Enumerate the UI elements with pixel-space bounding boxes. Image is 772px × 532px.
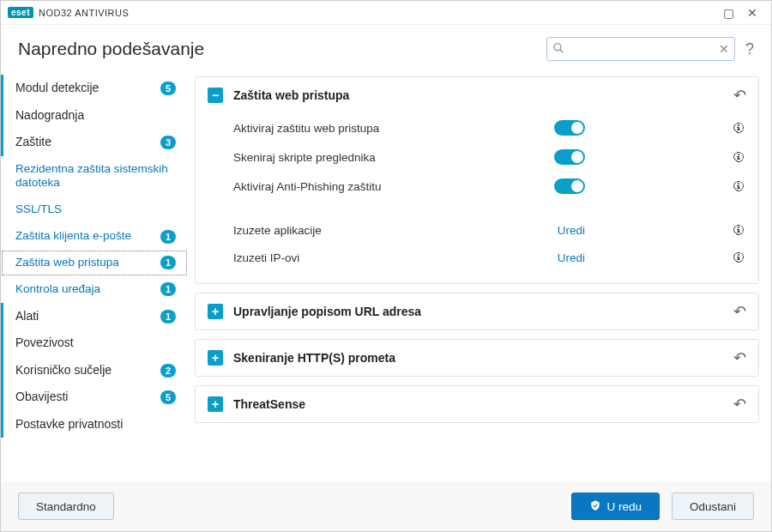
count-badge: 3: [160, 136, 176, 149]
sidebar: Modul detekcije 5 Nadogradnja Zaštite 3 …: [1, 70, 188, 481]
sidebar-item-ui[interactable]: Korisničko sučelje 2: [1, 357, 188, 384]
titlebar: eset NOD32 ANTIVIRUS ▢ ✕: [1, 1, 771, 25]
sidebar-item-tools[interactable]: Alati 1: [1, 303, 188, 330]
count-badge: 5: [160, 390, 176, 404]
panel-threatsense: + ThreatSense ↶: [195, 385, 759, 423]
info-icon[interactable]: 🛈: [731, 251, 746, 264]
settings-content: − Zaštita web pristupa ↶ Aktiviraj zašti…: [188, 70, 771, 481]
panel-title: ThreatSense: [233, 397, 733, 411]
toggle-enable-web-protection[interactable]: [554, 120, 585, 136]
revert-icon[interactable]: ↶: [733, 86, 746, 105]
product-name: NOD32 ANTIVIRUS: [39, 8, 129, 18]
info-icon[interactable]: 🛈: [731, 121, 746, 135]
info-icon[interactable]: 🛈: [731, 223, 746, 237]
defaults-button[interactable]: Standardno: [18, 493, 114, 520]
count-badge: 1: [160, 282, 176, 296]
sidebar-item-privacy-settings[interactable]: Postavke privatnosti: [1, 411, 188, 438]
page-title: Napredno podešavanje: [18, 39, 204, 59]
sidebar-item-notifications[interactable]: Obavijesti 5: [1, 384, 188, 411]
search-box[interactable]: ✕: [546, 37, 735, 61]
setting-row: Izuzeti IP-ovi Uredi 🛈: [233, 244, 746, 271]
sidebar-item-resident-file-protection[interactable]: Rezidentna zaštita sistemskih datoteka: [1, 156, 188, 197]
info-icon[interactable]: 🛈: [731, 150, 746, 164]
info-icon[interactable]: 🛈: [731, 179, 746, 193]
setting-label: Aktiviraj Anti-Phishing zaštitu: [233, 180, 554, 193]
window-maximize-button[interactable]: ▢: [716, 6, 740, 20]
sidebar-item-upgrade[interactable]: Nadogradnja: [1, 102, 188, 130]
revert-icon[interactable]: ↶: [733, 395, 746, 414]
sidebar-item-email-client-protection[interactable]: Zaštita klijenta e-pošte 1: [1, 223, 188, 250]
setting-label: Skeniraj skripte preglednika: [233, 151, 554, 164]
footer: Standardno U redu Odustani: [1, 481, 771, 531]
panel-title: Upravljanje popisom URL adresa: [233, 305, 733, 318]
panel-header[interactable]: + Skeniranje HTTP(S) prometa ↶: [196, 340, 758, 376]
sidebar-item-connectivity[interactable]: Povezivost: [1, 329, 188, 357]
count-badge: 2: [160, 364, 176, 378]
revert-icon[interactable]: ↶: [733, 302, 746, 321]
help-button[interactable]: ?: [745, 40, 754, 58]
page-header: Napredno podešavanje ✕ ?: [1, 25, 771, 70]
panel-https-scanning: + Skeniranje HTTP(S) prometa ↶: [195, 339, 759, 377]
setting-row: Izuzete aplikacije Uredi 🛈: [233, 216, 746, 244]
count-badge: 1: [160, 256, 176, 269]
cancel-button[interactable]: Odustani: [672, 493, 754, 520]
window-close-button[interactable]: ✕: [740, 6, 764, 20]
setting-row: Skeniraj skripte preglednika 🛈: [233, 142, 746, 172]
sidebar-item-web-access-protection[interactable]: Zaštita web pristupa 1: [1, 250, 188, 276]
count-badge: 1: [160, 310, 176, 323]
svg-point-0: [554, 43, 561, 50]
expand-icon: +: [208, 350, 223, 366]
panel-header[interactable]: − Zaštita web pristupa ↶: [196, 77, 758, 113]
panel-body: Aktiviraj zaštitu web pristupa 🛈 Skenira…: [196, 113, 758, 283]
main-body: Modul detekcije 5 Nadogradnja Zaštite 3 …: [1, 70, 771, 481]
edit-excluded-ips-link[interactable]: Uredi: [558, 251, 585, 264]
panel-title: Skeniranje HTTP(S) prometa: [233, 351, 733, 365]
toggle-anti-phishing[interactable]: [554, 178, 585, 194]
brand-badge: eset: [8, 7, 33, 18]
setting-label: Izuzete aplikacije: [233, 224, 558, 237]
sidebar-item-device-control[interactable]: Kontrola uređaja 1: [1, 276, 188, 303]
panel-title: Zaštita web pristupa: [233, 88, 733, 102]
collapse-icon: −: [208, 88, 223, 103]
svg-line-1: [560, 49, 564, 52]
setting-row: Aktiviraj zaštitu web pristupa 🛈: [233, 113, 746, 142]
panel-web-access-protection: − Zaštita web pristupa ↶ Aktiviraj zašti…: [195, 76, 759, 284]
search-icon: [552, 42, 564, 57]
setting-row: Aktiviraj Anti-Phishing zaštitu 🛈: [233, 172, 746, 201]
shield-icon: [589, 499, 601, 514]
clear-search-icon[interactable]: ✕: [719, 42, 729, 56]
panel-header[interactable]: + ThreatSense ↶: [196, 386, 758, 422]
app-window: eset NOD32 ANTIVIRUS ▢ ✕ Napredno podeša…: [0, 0, 772, 532]
panel-url-list-management: + Upravljanje popisom URL adresa ↶: [195, 293, 759, 330]
sidebar-item-protections[interactable]: Zaštite 3: [1, 129, 188, 156]
sidebar-item-detection-module[interactable]: Modul detekcije 5: [1, 75, 188, 102]
toggle-scan-browser-scripts[interactable]: [554, 149, 585, 165]
search-input[interactable]: [570, 43, 712, 56]
expand-icon: +: [208, 396, 223, 412]
panel-header[interactable]: + Upravljanje popisom URL adresa ↶: [196, 293, 758, 329]
count-badge: 1: [160, 230, 176, 244]
edit-excluded-apps-link[interactable]: Uredi: [558, 224, 585, 237]
setting-label: Izuzeti IP-ovi: [233, 251, 558, 264]
revert-icon[interactable]: ↶: [733, 348, 746, 367]
setting-label: Aktiviraj zaštitu web pristupa: [233, 122, 554, 135]
sidebar-item-ssl-tls[interactable]: SSL/TLS: [1, 196, 188, 223]
app-logo: eset NOD32 ANTIVIRUS: [8, 7, 129, 18]
count-badge: 5: [160, 82, 176, 95]
expand-icon: +: [208, 304, 223, 319]
ok-button[interactable]: U redu: [571, 493, 660, 520]
